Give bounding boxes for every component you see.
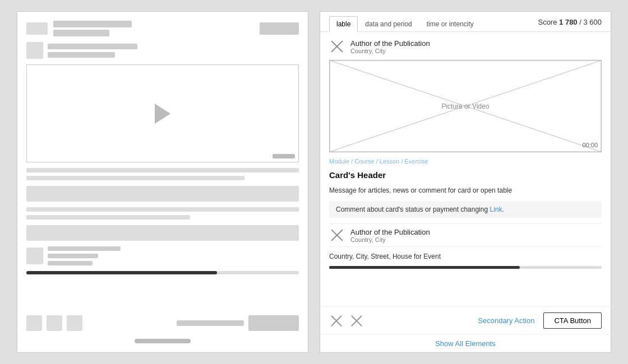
lp-scroll-bar [135, 339, 191, 343]
lp-text-line [26, 207, 299, 212]
rp-author-info-2: Author of the Publication Country, City [350, 228, 430, 243]
lp-header-icon [26, 22, 48, 35]
rp-media-placeholder: Picture or Video 00:00 [329, 60, 602, 152]
lp-progress-fill [26, 271, 217, 274]
media-label: Picture or Video [441, 102, 489, 110]
lp-bottom-author-sub [48, 254, 98, 258]
breadcrumb[interactable]: Module / Course / Lesson / Exercise [329, 158, 602, 165]
event-address: Country, City, Street, House for Event [329, 253, 602, 260]
rp-author-info-1: Author of the Publication Country, City [350, 39, 430, 54]
lp-footer-icon-2[interactable] [47, 315, 62, 331]
lp-author-lines [48, 44, 137, 58]
secondary-action-button[interactable]: Secondary Action [478, 316, 534, 325]
lp-duration-bar [273, 154, 295, 158]
rp-tabs: lable data and period time or intencity … [320, 12, 611, 32]
score-value: 1 780 [559, 18, 578, 26]
lp-footer [26, 315, 299, 331]
lp-footer-icon-3[interactable] [67, 315, 82, 331]
lp-author-sub [48, 52, 115, 58]
lp-highlight-bar-2 [26, 225, 299, 241]
rp-progress-fill [329, 266, 520, 269]
rp-progress-bar [329, 266, 602, 269]
tab-time-intensity[interactable]: time or intencity [419, 16, 481, 31]
cta-button[interactable]: CTA Button [543, 312, 602, 329]
author-x-icon-2 [329, 227, 345, 243]
lp-text-block-2 [26, 207, 299, 220]
right-panel: lable data and period time or intencity … [320, 11, 611, 353]
lp-highlight-bar [26, 186, 299, 202]
author-name-2: Author of the Publication [350, 228, 430, 236]
lp-bottom-author-name [48, 246, 121, 251]
breadcrumb-text[interactable]: Module / Course / Lesson / Exercise [329, 158, 428, 165]
card-header: Card's Header [329, 170, 602, 180]
lp-subtitle-bar [53, 30, 109, 36]
lp-scroll-area [26, 337, 299, 343]
lp-author-name [48, 44, 137, 49]
lp-title-bar [53, 21, 132, 27]
lp-text-line [26, 176, 244, 180]
lp-tag-box [260, 22, 299, 35]
tab-data-period[interactable]: data and period [358, 16, 419, 31]
footer-x-icon-2[interactable] [349, 314, 364, 328]
score-display: Score 1 780 / 3 600 [538, 18, 602, 30]
media-timestamp: 00:00 [582, 142, 598, 148]
author-name-1: Author of the Publication [350, 39, 430, 48]
author-x-icon-1 [329, 39, 345, 54]
show-all-elements[interactable]: Show All Elements [320, 334, 611, 352]
lp-header [26, 21, 299, 36]
score-total: / 3 600 [579, 18, 602, 26]
lp-footer-btn[interactable] [248, 315, 299, 331]
lp-avatar [26, 42, 43, 59]
comment-bar: Comment about card's status or payment c… [329, 201, 602, 218]
play-icon[interactable] [155, 104, 170, 124]
lp-bottom-author [26, 246, 299, 265]
lp-progress-section [26, 271, 299, 274]
lp-bottom-avatar [26, 248, 43, 264]
rp-action-icons [329, 314, 364, 328]
tab-lable[interactable]: lable [329, 16, 358, 32]
footer-x-icon-1[interactable] [329, 314, 344, 328]
lp-footer-icon-1[interactable] [26, 315, 42, 331]
lp-bottom-author-lines [48, 246, 121, 265]
lp-text-line [26, 215, 190, 220]
rp-author-2: Author of the Publication Country, City [329, 223, 602, 247]
lp-author-row [26, 42, 299, 59]
lp-text-block-1 [26, 168, 299, 180]
lp-footer-label [177, 320, 244, 326]
left-panel [17, 11, 308, 353]
lp-text-line [26, 168, 299, 172]
lp-video-player[interactable] [26, 64, 299, 162]
lp-bottom-author-sub2 [48, 261, 93, 265]
author-location-1: Country, City [350, 48, 430, 54]
rp-footer: Secondary Action CTA Button [320, 306, 611, 334]
rp-content: Author of the Publication Country, City … [320, 32, 611, 306]
lp-progress-track [26, 271, 299, 274]
card-message: Message for articles, news or comment fo… [329, 185, 602, 195]
score-label: Score [538, 18, 557, 26]
rp-author-1: Author of the Publication Country, City [329, 39, 602, 54]
comment-text: Comment about card's status or payment c… [336, 206, 488, 213]
author-location-2: Country, City [350, 236, 430, 243]
comment-link[interactable]: Link [490, 206, 502, 213]
